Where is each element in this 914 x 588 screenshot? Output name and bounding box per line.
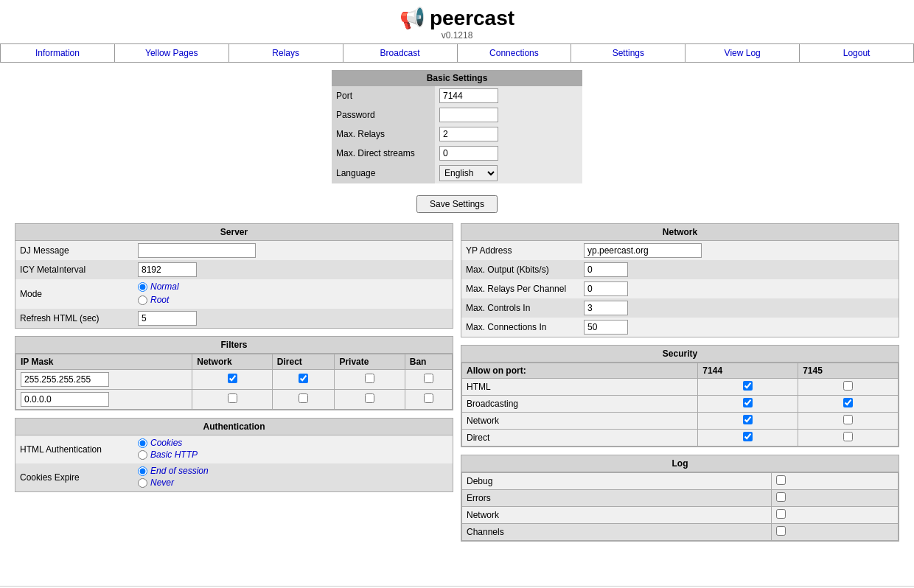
filter-direct-2[interactable] xyxy=(299,393,308,403)
security-broadcast-port1[interactable] xyxy=(743,398,753,407)
cookies-expire-label: Cookies Expire xyxy=(15,463,133,491)
filter-ban-1[interactable] xyxy=(424,374,433,383)
security-html-row: HTML xyxy=(462,379,899,396)
log-errors-check[interactable] xyxy=(776,492,786,502)
filter-ban-2[interactable] xyxy=(424,393,433,403)
nav-yellow-pages[interactable]: Yellow Pages xyxy=(115,44,229,62)
save-settings-button[interactable]: Save Settings xyxy=(416,195,498,213)
log-debug-label: Debug xyxy=(462,473,772,490)
auth-basic-label: Basic HTTP xyxy=(150,449,198,460)
log-errors-label: Errors xyxy=(462,490,772,507)
network-col-header: Network xyxy=(192,354,273,370)
max-connections-row: Max. Connections In xyxy=(461,318,899,337)
refresh-html-input[interactable] xyxy=(138,311,197,326)
security-html-label: HTML xyxy=(462,379,698,396)
mode-root-option: Root xyxy=(138,295,448,305)
log-debug-check[interactable] xyxy=(776,475,786,485)
basic-settings-table: Port Password Max. Relays Max. Direct st… xyxy=(332,86,582,183)
version-text: v0.1218 xyxy=(0,30,914,41)
server-panel: Server DJ Message ICY MetaInterval Mode xyxy=(15,223,453,329)
filter-ip-1[interactable] xyxy=(21,372,109,387)
auth-cookies-radio[interactable] xyxy=(138,438,147,448)
log-debug-row: Debug xyxy=(462,473,899,490)
expire-never-radio[interactable] xyxy=(138,478,147,488)
expire-never-label: Never xyxy=(150,477,174,488)
refresh-html-label: Refresh HTML (sec) xyxy=(15,309,133,328)
two-col-layout: Server DJ Message ICY MetaInterval Mode xyxy=(15,223,899,549)
security-html-port2[interactable] xyxy=(843,381,853,391)
log-header: Log xyxy=(461,455,899,472)
nav-broadcast[interactable]: Broadcast xyxy=(343,44,458,62)
cookies-expire-row: Cookies Expire End of session Never xyxy=(15,463,453,491)
icy-meta-input[interactable] xyxy=(138,262,197,277)
nav-connections[interactable]: Connections xyxy=(458,44,572,62)
security-header-row: Allow on port: 7144 7145 xyxy=(462,363,899,379)
filter-direct-1[interactable] xyxy=(299,374,308,383)
security-html-port1[interactable] xyxy=(743,381,753,391)
never-option: Never xyxy=(138,477,448,488)
security-network-port1[interactable] xyxy=(743,415,753,424)
network-panel: Network YP Address Max. Output (Kbits/s)… xyxy=(461,223,899,337)
max-controls-input[interactable] xyxy=(584,301,628,315)
filters-header: Filters xyxy=(15,337,453,354)
max-relays-channel-label: Max. Relays Per Channel xyxy=(461,279,579,298)
max-output-label: Max. Output (Kbits/s) xyxy=(461,260,579,279)
auth-cookies-label: Cookies xyxy=(150,438,182,448)
save-settings-row: Save Settings xyxy=(15,195,899,213)
auth-basic-radio[interactable] xyxy=(138,450,147,460)
filter-private-1[interactable] xyxy=(365,374,374,383)
ban-col-header: Ban xyxy=(405,354,452,370)
nav-view-log[interactable]: View Log xyxy=(686,44,800,62)
cookies-option: Cookies xyxy=(138,438,448,448)
nav-information[interactable]: Information xyxy=(0,44,115,62)
network-table: YP Address Max. Output (Kbits/s) Max. Re… xyxy=(461,241,899,337)
filter-row-2 xyxy=(16,390,453,410)
security-network-port2[interactable] xyxy=(843,415,853,424)
filter-network-1[interactable] xyxy=(228,374,237,383)
port-row: Port xyxy=(332,86,582,105)
language-select[interactable]: English Japanese xyxy=(439,165,498,181)
security-direct-port2[interactable] xyxy=(843,432,853,441)
log-network-check[interactable] xyxy=(776,509,786,519)
security-network-row: Network xyxy=(462,413,899,430)
language-label: Language xyxy=(332,163,435,183)
max-output-input[interactable] xyxy=(584,262,628,277)
max-connections-input[interactable] xyxy=(584,320,628,335)
nav-relays[interactable]: Relays xyxy=(229,44,343,62)
yp-address-input[interactable] xyxy=(584,243,702,258)
logo-text: peercast xyxy=(430,7,514,30)
filter-private-2[interactable] xyxy=(365,393,374,403)
password-input[interactable] xyxy=(439,108,498,122)
filter-network-2[interactable] xyxy=(228,393,237,403)
max-relays-channel-input[interactable] xyxy=(584,281,628,296)
port-input[interactable] xyxy=(439,88,498,103)
basic-settings-panel: Basic Settings Port Password Max. Relays… xyxy=(332,70,582,183)
max-direct-input[interactable] xyxy=(439,146,498,161)
nav-settings[interactable]: Settings xyxy=(571,44,686,62)
security-broadcast-label: Broadcasting xyxy=(462,396,698,413)
expire-session-label: End of session xyxy=(150,466,209,476)
filters-header-row: IP Mask Network Direct Private Ban xyxy=(16,354,453,370)
auth-header: Authentication xyxy=(15,419,453,435)
mode-root-label: Root xyxy=(150,295,169,305)
dj-message-input[interactable] xyxy=(138,243,256,258)
log-network-label: Network xyxy=(462,507,772,524)
nav-logout[interactable]: Logout xyxy=(800,44,914,62)
mode-root-radio[interactable] xyxy=(138,295,147,305)
max-relays-channel-row: Max. Relays Per Channel xyxy=(461,279,899,298)
security-direct-port1[interactable] xyxy=(743,432,753,441)
speaker-icon: 📢 xyxy=(400,6,425,30)
expire-session-radio[interactable] xyxy=(138,466,147,476)
security-broadcast-port2[interactable] xyxy=(843,398,853,407)
security-direct-row: Direct xyxy=(462,430,899,447)
mode-normal-radio[interactable] xyxy=(138,282,147,292)
log-channels-check[interactable] xyxy=(776,526,786,536)
yp-address-label: YP Address xyxy=(461,241,579,260)
mode-row: Mode Normal Root xyxy=(15,279,453,309)
auth-table: HTML Authentication Cookies Basic HTTP xyxy=(15,435,453,491)
max-relays-input[interactable] xyxy=(439,127,498,141)
filter-ip-2[interactable] xyxy=(21,392,109,407)
mode-normal-label: Normal xyxy=(150,281,179,292)
header: 📢 peercast v0.1218 xyxy=(0,0,914,43)
logo-area: 📢 peercast xyxy=(0,6,914,30)
